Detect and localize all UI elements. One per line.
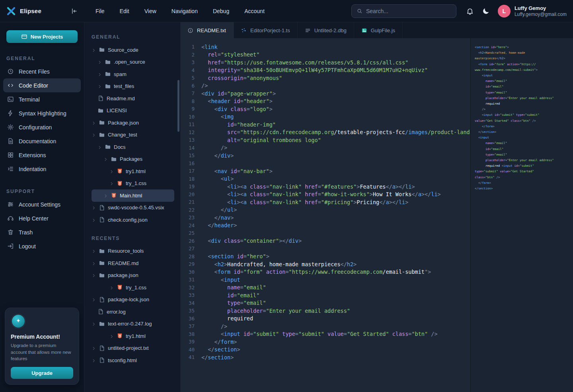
- code-line[interactable]: 40 </section>: [180, 346, 470, 354]
- code-line[interactable]: 41</section>: [180, 353, 470, 361]
- chevron-right-icon[interactable]: [109, 285, 114, 290]
- explorer-item-packages[interactable]: Packages: [92, 153, 174, 166]
- code-line[interactable]: 3 href="https://use.fontawesome.com/rele…: [180, 59, 470, 66]
- code-line[interactable]: 38 <input id="submit" type="submit" valu…: [180, 330, 470, 338]
- code-line[interactable]: 37 />: [180, 322, 470, 330]
- upgrade-button[interactable]: Upgrade: [11, 367, 73, 379]
- code-line[interactable]: 26 <div class="container"></div>: [180, 237, 470, 245]
- sidebar-item-syntax-highlighting[interactable]: Syntax Highlighting: [3, 106, 81, 120]
- explorer-item-open-source[interactable]: .open_source: [92, 56, 174, 68]
- chevron-right-icon[interactable]: [109, 181, 114, 185]
- menu-account[interactable]: Account: [244, 8, 265, 14]
- bell-icon[interactable]: [466, 7, 474, 15]
- explorer-item-change-test[interactable]: Change_test: [92, 129, 174, 141]
- tab-gulpfile-js[interactable]: GulpFile.js: [354, 22, 403, 38]
- chevron-right-icon[interactable]: [92, 249, 96, 253]
- code-line[interactable]: 21 <li><a class="nav-link" href="#pricin…: [180, 198, 470, 206]
- chevron-right-icon[interactable]: [109, 334, 114, 338]
- code-line[interactable]: 6/>: [180, 82, 470, 90]
- collapse-sidebar-icon[interactable]: [70, 7, 78, 15]
- chevron-right-icon[interactable]: [97, 145, 102, 149]
- code-line[interactable]: 20 <li><a class="nav-link" href="#how-it…: [180, 191, 470, 199]
- code-line[interactable]: 39 </form>: [180, 338, 470, 346]
- sidebar-item-recent-files[interactable]: Recent Files: [3, 64, 81, 78]
- code-line[interactable]: 23 </nav>: [180, 214, 470, 222]
- code-line[interactable]: 2 rel="stylesheet": [180, 51, 470, 59]
- explorer-item-docs[interactable]: Docs: [92, 141, 174, 153]
- chevron-right-icon[interactable]: [103, 193, 108, 198]
- code-line[interactable]: 9 <div class="logo">: [180, 105, 470, 113]
- explorer-item-check-config-json[interactable]: check.config.json: [92, 214, 174, 226]
- code-line[interactable]: 27: [180, 245, 470, 253]
- new-projects-button[interactable]: New Projects: [6, 30, 78, 43]
- chevron-right-icon[interactable]: [92, 322, 96, 326]
- sidebar-item-terminal[interactable]: Terminal: [3, 92, 81, 106]
- sidebar-item-configuration[interactable]: Configuration: [3, 120, 81, 134]
- code-line[interactable]: 18 <ul>: [180, 175, 470, 183]
- explorer-item-main-html[interactable]: Main.html: [92, 189, 174, 202]
- sidebar-item-account-settings[interactable]: Account Settings: [3, 197, 81, 211]
- code-line[interactable]: 12 src="https://cdn.freecodecamp.org/tes…: [180, 129, 470, 137]
- code-line[interactable]: 29 <h2>Handcrafted, home-made masterpiec…: [180, 260, 470, 268]
- chevron-right-icon[interactable]: [92, 346, 96, 350]
- explorer-item-readme-md[interactable]: README.md: [92, 257, 174, 269]
- explorer-item-package-lock-json[interactable]: package-lock.json: [92, 294, 174, 306]
- code-line[interactable]: 11 id="header-img": [180, 121, 470, 129]
- code-line[interactable]: 22 </ul>: [180, 206, 470, 214]
- code-line[interactable]: 36 required: [180, 315, 470, 323]
- explorer-item-resuorce-tools[interactable]: Resuorce_tools: [92, 245, 174, 257]
- chevron-right-icon[interactable]: [92, 218, 96, 222]
- user-profile[interactable]: L Luffy Gemoy Luffy.gemoy@gmail.com: [498, 5, 567, 18]
- chevron-right-icon[interactable]: [92, 358, 96, 363]
- code-line[interactable]: 17 <nav id="nav-bar">: [180, 167, 470, 175]
- chevron-right-icon[interactable]: [92, 205, 96, 210]
- code-line[interactable]: 16: [180, 160, 470, 168]
- explorer-item-try-1-css[interactable]: try_1.css: [92, 281, 174, 294]
- explorer-item-licensi[interactable]: LICENSI: [92, 105, 174, 117]
- explorer-item-spam[interactable]: spam: [92, 68, 174, 80]
- explorer-item-source-code[interactable]: Source_code: [92, 44, 174, 56]
- chevron-right-icon[interactable]: [109, 169, 114, 174]
- code-line[interactable]: 10 <img: [180, 113, 470, 121]
- chevron-right-icon[interactable]: [92, 261, 96, 265]
- code-line[interactable]: 8 <header id="header">: [180, 98, 470, 105]
- menu-file[interactable]: File: [96, 8, 105, 14]
- moon-icon[interactable]: [482, 7, 490, 15]
- chevron-right-icon[interactable]: [92, 273, 96, 277]
- sidebar-item-trash[interactable]: Trash: [3, 225, 81, 239]
- avatar[interactable]: L: [498, 5, 511, 18]
- sidebar-item-logout[interactable]: Logout: [3, 239, 81, 253]
- search-box[interactable]: [351, 4, 456, 18]
- chevron-right-icon[interactable]: [103, 157, 108, 161]
- code-line[interactable]: 1<link: [180, 43, 470, 51]
- explorer-scrollbar[interactable]: [177, 80, 179, 132]
- menu-navigation[interactable]: Navigation: [172, 8, 198, 14]
- tab-untlited-2-dbg[interactable]: Untlited-2.dbg: [298, 22, 354, 38]
- sidebar-item-code-editor[interactable]: Code Editor: [3, 78, 81, 92]
- code-line[interactable]: 33 id="email": [180, 291, 470, 299]
- explorer-item-try-1-css[interactable]: try_1.css: [92, 177, 174, 190]
- chevron-right-icon[interactable]: [92, 48, 96, 52]
- code-line[interactable]: 30 <form id="form" action="https://www.f…: [180, 268, 470, 276]
- chevron-right-icon[interactable]: [92, 297, 96, 302]
- minimap[interactable]: <section id="hero"> <h2>Handcrafted, hom…: [470, 38, 573, 392]
- menu-view[interactable]: View: [144, 8, 156, 14]
- tab-editorporject-1-ts[interactable]: EditorPorject-1.ts: [234, 22, 298, 38]
- explorer-item-error-log[interactable]: error.log: [92, 306, 174, 318]
- explorer-item-swdc-vscode-0-5-45-vsix[interactable]: swdc-vscode-0.5.45.vsix: [92, 202, 174, 214]
- sidebar-item-indentation[interactable]: Indentation: [3, 162, 81, 176]
- explorer-item-readme-md[interactable]: Readme.md: [92, 92, 174, 105]
- code-line[interactable]: 19 <li><a class="nav-link" href="#featur…: [180, 183, 470, 191]
- code-line[interactable]: 28 <section id="hero">: [180, 253, 470, 261]
- tab-readme-txt[interactable]: README.txt: [180, 22, 234, 38]
- explorer-item-tsconfig-html[interactable]: tsconfig.html: [92, 354, 174, 367]
- code-line[interactable]: 4 integrity="sha384-50oBUHEmvpQ+1lW4y57P…: [180, 66, 470, 74]
- chevron-right-icon[interactable]: [97, 84, 102, 88]
- search-input[interactable]: [366, 8, 451, 14]
- chevron-right-icon[interactable]: [97, 72, 102, 76]
- explorer-item-untlited-project-txt[interactable]: untlited-project.txt: [92, 342, 174, 355]
- code-line[interactable]: 24 </header>: [180, 222, 470, 230]
- explorer-item-package-json[interactable]: package.json: [92, 269, 174, 282]
- code-line[interactable]: 15 </div>: [180, 152, 470, 160]
- code-line[interactable]: 34 type="email": [180, 299, 470, 307]
